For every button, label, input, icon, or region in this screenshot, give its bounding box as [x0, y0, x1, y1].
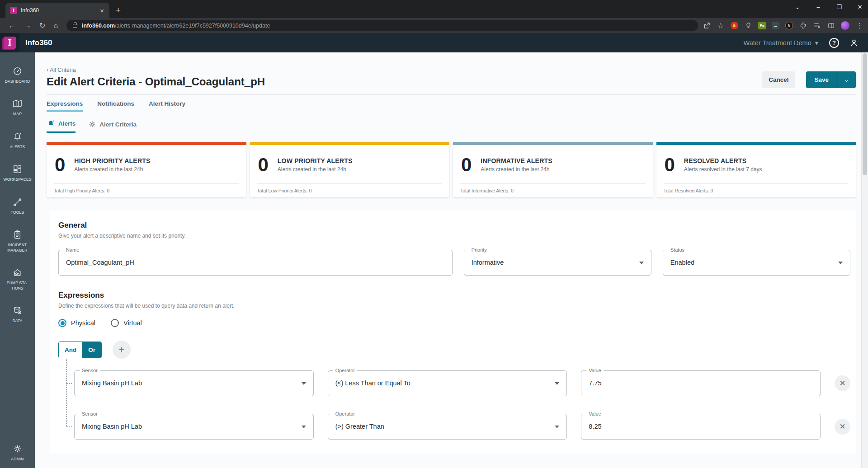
gauge-icon — [12, 66, 23, 76]
subtab-alert-criteria[interactable]: Alert Criteria — [88, 120, 137, 132]
card-color-bar — [250, 142, 450, 145]
forward-button[interactable]: → — [24, 22, 31, 30]
sensor-select[interactable]: Sensor Mixing Basin pH Lab — [74, 370, 314, 396]
tab-alert-history[interactable]: Alert History — [149, 100, 185, 112]
sidebar-item-dashboard[interactable]: DASHBOARD — [0, 66, 35, 84]
notes-extension-icon[interactable]: N — [785, 22, 793, 29]
tab-close-icon[interactable]: × — [98, 7, 106, 14]
breadcrumb[interactable]: ‹ All Criteria — [47, 67, 265, 73]
database-icon — [12, 305, 23, 316]
high-priority-card: 0 HIGH PRIORITY ALERTS Alerts created in… — [47, 142, 246, 197]
app-logo[interactable]: I — [0, 33, 19, 52]
clipboard-icon — [12, 229, 23, 240]
card-footer: Total High Priority Alerts: 0 — [53, 188, 240, 193]
sensor-select[interactable]: Sensor Mixing Basin pH Lab — [74, 414, 314, 440]
sidebar-item-admin[interactable]: ADMIN — [0, 444, 35, 462]
card-title: HIGH PRIORITY ALERTS — [74, 157, 150, 164]
lighthouse-extension-icon[interactable] — [744, 22, 752, 30]
card-title: LOW PRIORITY ALERTS — [278, 157, 353, 164]
remove-expression-button[interactable]: ✕ — [835, 419, 850, 435]
priority-select[interactable]: Priority Informative — [464, 250, 651, 276]
value-input[interactable]: Value 8.25 — [581, 414, 821, 440]
workspace-selector[interactable]: Water Treatment Demo ▾ — [744, 39, 818, 47]
tab-expressions[interactable]: Expressions — [47, 100, 83, 112]
remove-expression-button[interactable]: ✕ — [835, 375, 850, 391]
page-title: Edit Alert Criteria - Optimal_Coagulant_… — [47, 75, 265, 88]
or-button[interactable]: Or — [82, 342, 101, 358]
operator-select[interactable]: Operator (≤) Less Than or Equal To — [328, 370, 567, 396]
bookmark-star-icon[interactable]: ☆ — [717, 22, 725, 30]
sidebar-item-pump-stations[interactable]: PUMP STA-TIONS — [0, 267, 35, 291]
gear-icon — [12, 444, 23, 454]
card-title: INFORMATIVE ALERTS — [481, 157, 552, 164]
add-expression-button[interactable]: + — [113, 341, 131, 359]
name-value: Optimal_Coagulant_pH — [59, 250, 452, 275]
sidebar-item-incident-manager[interactable]: INCIDENT MANAGER — [0, 229, 35, 253]
home-button[interactable]: ⌂ — [53, 22, 58, 30]
address-bar[interactable]: info360.com /alerts-management/alert/62e… — [66, 20, 698, 31]
password-extension-icon[interactable]: Pa — [758, 22, 766, 29]
expression-rows: Sensor Mixing Basin pH Lab Operator (≤) … — [58, 370, 856, 440]
card-footer: Total Resolved Alerts: 0 — [663, 188, 850, 193]
new-tab-button[interactable]: + — [116, 5, 121, 15]
card-subtitle: Alerts created in the last 24h — [481, 166, 552, 173]
info360-logo-icon: I — [4, 37, 16, 49]
dropdown-arrow-icon — [302, 426, 306, 428]
sidebar-item-data[interactable]: DATA — [0, 305, 35, 323]
sidebar-item-workspaces[interactable]: WORKSPACES — [0, 164, 35, 182]
sidebar-item-tools[interactable]: TOOLS — [0, 197, 35, 215]
resolved-card: 0 RESOLVED ALERTS Alerts resolved in the… — [656, 142, 856, 197]
value-input[interactable]: Value 7.75 — [581, 370, 821, 396]
general-subtitle: Give your alert a descriptive name and s… — [58, 233, 856, 239]
main-content: ‹ All Criteria Edit Alert Criteria - Opt… — [35, 52, 861, 468]
browser-menu-icon[interactable]: ⋮ — [855, 22, 863, 30]
and-button[interactable]: And — [59, 342, 82, 358]
window-minimize-button[interactable]: – — [815, 4, 822, 10]
priority-value: Informative — [464, 250, 651, 275]
reload-button[interactable]: ↻ — [39, 21, 45, 30]
radio-virtual[interactable]: Virtual — [111, 319, 142, 327]
card-footer: Total Informative Alerts: 0 — [459, 188, 646, 193]
expression-type-radios: Physical Virtual — [58, 319, 856, 327]
status-select[interactable]: Status Enabled — [663, 250, 850, 276]
name-field[interactable]: Name Optimal_Coagulant_pH — [58, 250, 453, 276]
reading-list-icon[interactable] — [813, 22, 821, 30]
sidebar: DASHBOARD MAP ALERTS WORKSPACES TOOLS IN… — [0, 52, 35, 468]
dropdown-arrow-icon — [555, 426, 559, 428]
cancel-button[interactable]: Cancel — [762, 71, 795, 88]
informative-card: 0 INFORMATIVE ALERTS Alerts created in t… — [453, 142, 653, 197]
help-button[interactable]: ? — [829, 38, 839, 48]
back-button[interactable]: ← — [9, 22, 16, 30]
side-panel-icon[interactable] — [827, 22, 835, 30]
profile-avatar[interactable] — [841, 21, 849, 30]
tab-notifications[interactable]: Notifications — [97, 100, 134, 112]
radio-physical[interactable]: Physical — [58, 319, 95, 327]
save-button[interactable]: Save — [806, 71, 837, 88]
dropdown-arrow-icon — [555, 382, 559, 385]
share-icon[interactable] — [703, 22, 711, 30]
browser-tab[interactable]: I Info360 × — [5, 3, 109, 18]
adblock-extension-icon[interactable]: ✋ — [731, 22, 738, 29]
tab-search-chevron-icon[interactable]: ⌄ — [794, 4, 801, 10]
operator-select[interactable]: Operator (>) Greater Than — [328, 414, 567, 440]
workspaces-grid-icon — [12, 164, 23, 174]
save-menu-button[interactable]: ⌄ — [837, 71, 856, 88]
page-scrollbar — [861, 52, 868, 468]
logic-connector-line — [66, 359, 67, 427]
expressions-heading: Expressions — [58, 291, 856, 300]
overflow-extension-icon[interactable]: ... — [772, 22, 779, 29]
browser-tab-strip: I Info360 × + ⌄ – ❐ ✕ — [0, 0, 868, 18]
sidebar-item-map[interactable]: MAP — [0, 98, 35, 117]
dropdown-arrow-icon — [639, 262, 644, 264]
logic-connector-stub — [66, 426, 72, 427]
scrollbar-thumb[interactable] — [863, 53, 867, 175]
user-account-icon[interactable] — [849, 38, 859, 48]
status-value: Enabled — [663, 250, 850, 275]
window-close-button[interactable]: ✕ — [856, 4, 863, 10]
window-restore-button[interactable]: ❐ — [835, 4, 843, 10]
sidebar-item-alerts[interactable]: ALERTS — [0, 131, 35, 150]
brand-name: Info360 — [25, 38, 52, 47]
subtab-alerts[interactable]: Alerts — [47, 119, 75, 133]
chevron-down-icon: ▾ — [815, 39, 818, 47]
extensions-puzzle-icon[interactable] — [799, 22, 807, 30]
